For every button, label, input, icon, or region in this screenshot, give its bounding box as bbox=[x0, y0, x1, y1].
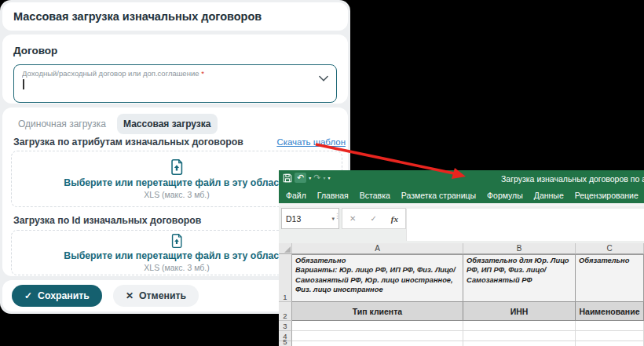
sheet-row-5: 5 bbox=[279, 341, 644, 346]
contract-select-label: Доходный/расходный договор или доп.согла… bbox=[22, 69, 313, 78]
sheet-row-1: 1 Обязательно Варианты: Юр. лицо РФ, ИП … bbox=[279, 254, 644, 302]
redo-dropdown-icon[interactable]: ▾ bbox=[323, 175, 325, 180]
upload-zone-text: Выберите или перетащите файл в эту облас… bbox=[64, 250, 290, 261]
row-header-5[interactable]: 5 bbox=[279, 341, 292, 346]
ribbon-tab-page-layout[interactable]: Разметка страницы bbox=[396, 191, 481, 200]
cell-a1[interactable]: Обязательно Варианты: Юр. лицо РФ, ИП РФ… bbox=[292, 254, 463, 302]
sheet-row-3: 3 bbox=[279, 321, 644, 331]
save-icon[interactable] bbox=[283, 173, 292, 183]
sheet-row-2: 2 Тип клиента ИНН Наименование bbox=[279, 302, 644, 321]
cancel-button[interactable]: ✕ Отменить bbox=[113, 285, 199, 307]
insert-function-icon[interactable]: fx bbox=[391, 214, 398, 224]
row-header-3[interactable]: 3 bbox=[279, 321, 292, 331]
cell-a3[interactable] bbox=[292, 321, 463, 331]
cell-b3[interactable] bbox=[463, 321, 576, 331]
redo-icon[interactable]: ↷ bbox=[313, 173, 320, 182]
upload-file-icon bbox=[169, 233, 185, 249]
formula-input[interactable] bbox=[406, 209, 644, 241]
select-all-triangle-icon bbox=[284, 246, 291, 253]
upload-zone-hint: XLS (макс. 3 мб.) bbox=[144, 263, 209, 272]
customize-qat-icon[interactable]: ▾ bbox=[327, 175, 330, 180]
excel-window-title: Загрузка изначальных договоров по атр bbox=[501, 174, 644, 184]
tab-single-upload[interactable]: Одиночная загрузка bbox=[12, 114, 112, 134]
tab-mass-upload[interactable]: Массовая загрузка bbox=[117, 114, 218, 134]
formula-cancel-icon[interactable]: ✕ bbox=[349, 214, 356, 223]
row-header-1[interactable]: 1 bbox=[279, 254, 292, 302]
cell-a4[interactable] bbox=[292, 331, 463, 341]
download-template-link[interactable]: Скачать шаблон bbox=[276, 137, 346, 147]
ribbon-tab-review[interactable]: Рецензирование bbox=[569, 191, 644, 200]
required-asterisk: * bbox=[201, 69, 204, 78]
quick-access-toolbar: ↶ ▾ ↷ ▾ ▾ bbox=[283, 173, 330, 183]
ribbon-tab-insert[interactable]: Вставка bbox=[354, 191, 396, 200]
title-card: Массовая загрузка изначальных договоров bbox=[2, 2, 348, 31]
cell-c4[interactable] bbox=[576, 331, 644, 341]
row-header-2[interactable]: 2 bbox=[279, 302, 292, 321]
cell-b2[interactable]: ИНН bbox=[463, 302, 576, 321]
contract-card: Договор Доходный/расходный договор или д… bbox=[2, 35, 348, 104]
contract-heading: Договор bbox=[13, 45, 57, 56]
undo-icon[interactable]: ↶ bbox=[295, 173, 306, 183]
upload-zone-text: Выберите или перетащите файл в эту облас… bbox=[64, 177, 290, 188]
undo-dropdown-icon[interactable]: ▾ bbox=[309, 175, 311, 180]
column-header-a[interactable]: A bbox=[292, 243, 463, 254]
cell-c5[interactable] bbox=[576, 341, 644, 346]
sheet-row-4: 4 bbox=[279, 331, 644, 341]
column-header-c[interactable]: C bbox=[576, 243, 644, 254]
excel-titlebar: ↶ ▾ ↷ ▾ ▾ Загрузка изначальных договоров… bbox=[279, 170, 644, 188]
cell-b1[interactable]: Обязательно для Юр. Лицо РФ, ИП РФ, Физ.… bbox=[463, 254, 576, 302]
cell-a5[interactable] bbox=[292, 341, 463, 346]
ribbon-tab-formulas[interactable]: Формулы bbox=[481, 191, 529, 200]
select-all-button[interactable] bbox=[279, 243, 292, 254]
ribbon-tab-file[interactable]: Файл bbox=[280, 191, 312, 200]
upload-mode-tabs: Одиночная загрузка Массовая загрузка bbox=[12, 114, 218, 134]
attributes-section-heading: Загрузка по атрибутам изначальных догово… bbox=[13, 137, 243, 148]
close-icon: ✕ bbox=[126, 291, 134, 300]
page-title: Массовая загрузка изначальных договоров bbox=[13, 10, 262, 23]
id-section-heading: Загрузка по Id изначальных договоров bbox=[13, 215, 201, 226]
ribbon-tab-data[interactable]: Данные bbox=[529, 191, 569, 200]
ribbon-tab-bar: Файл Главная Вставка Разметка страницы Ф… bbox=[279, 188, 644, 203]
cell-c2[interactable]: Наименование bbox=[576, 302, 644, 321]
cell-c3[interactable] bbox=[576, 321, 644, 331]
cell-a2[interactable]: Тип клиента bbox=[292, 302, 463, 321]
upload-file-icon bbox=[168, 158, 185, 176]
contract-select[interactable]: Доходный/расходный договор или доп.согла… bbox=[13, 64, 337, 103]
column-header-row: A B C bbox=[279, 243, 644, 254]
ribbon-tab-home[interactable]: Главная bbox=[312, 191, 354, 200]
formula-bar-row: D13 ▾ ⋮ ✕ ✓ fx bbox=[279, 206, 644, 243]
column-header-b[interactable]: B bbox=[463, 243, 576, 254]
upload-zone-hint: XLS (макс. 3 мб.) bbox=[144, 190, 209, 199]
cell-c1[interactable]: Обязательно bbox=[576, 254, 644, 302]
name-box[interactable]: D13 ▾ bbox=[281, 208, 339, 229]
spreadsheet: A B C 1 Обязательно Варианты: Юр. лицо Р… bbox=[279, 243, 644, 346]
check-icon: ✓ bbox=[24, 291, 32, 300]
formula-bar-separator: ⋮ bbox=[334, 212, 341, 220]
excel-window: ↶ ▾ ↷ ▾ ▾ Загрузка изначальных договоров… bbox=[279, 170, 644, 346]
attributes-section-header: Загрузка по атрибутам изначальных догово… bbox=[13, 137, 346, 148]
formula-buttons: ✕ ✓ fx bbox=[342, 208, 406, 229]
name-box-value: D13 bbox=[286, 214, 301, 224]
formula-enter-icon[interactable]: ✓ bbox=[370, 214, 376, 223]
save-button[interactable]: ✓ Сохранить bbox=[12, 285, 102, 307]
cell-b4[interactable] bbox=[463, 331, 576, 341]
chevron-down-icon bbox=[319, 75, 328, 82]
text-cursor bbox=[23, 79, 24, 89]
cell-b5[interactable] bbox=[463, 341, 576, 346]
